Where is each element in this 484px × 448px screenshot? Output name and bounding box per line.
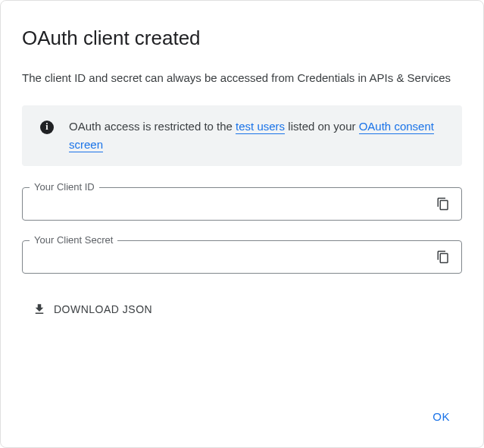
dialog-title: OAuth client created <box>22 27 462 50</box>
client-secret-label: Your Client Secret <box>30 234 117 246</box>
info-banner: i OAuth access is restricted to the test… <box>22 105 462 166</box>
oauth-client-created-dialog: OAuth client created The client ID and s… <box>1 1 483 447</box>
info-icon: i <box>40 121 54 134</box>
banner-text-mid: listed on your <box>285 120 359 133</box>
copy-client-secret-button[interactable] <box>434 248 452 266</box>
test-users-link[interactable]: test users <box>236 120 285 134</box>
info-banner-text: OAuth access is restricted to the test u… <box>69 117 448 154</box>
client-id-input[interactable] <box>32 198 434 210</box>
client-id-label: Your Client ID <box>30 181 99 193</box>
banner-text-prefix: OAuth access is restricted to the <box>69 120 236 133</box>
download-json-button[interactable]: DOWNLOAD JSON <box>22 296 163 322</box>
dialog-description: The client ID and secret can always be a… <box>22 70 462 87</box>
ok-button[interactable]: OK <box>420 404 462 429</box>
copy-client-id-button[interactable] <box>434 195 452 213</box>
copy-icon <box>436 197 450 211</box>
client-secret-input[interactable] <box>32 251 434 263</box>
copy-icon <box>436 250 450 264</box>
dialog-footer: OK <box>22 389 462 429</box>
client-secret-field: Your Client Secret <box>22 240 462 274</box>
download-json-label: DOWNLOAD JSON <box>54 303 152 315</box>
client-id-field: Your Client ID <box>22 187 462 221</box>
download-icon <box>33 302 46 316</box>
